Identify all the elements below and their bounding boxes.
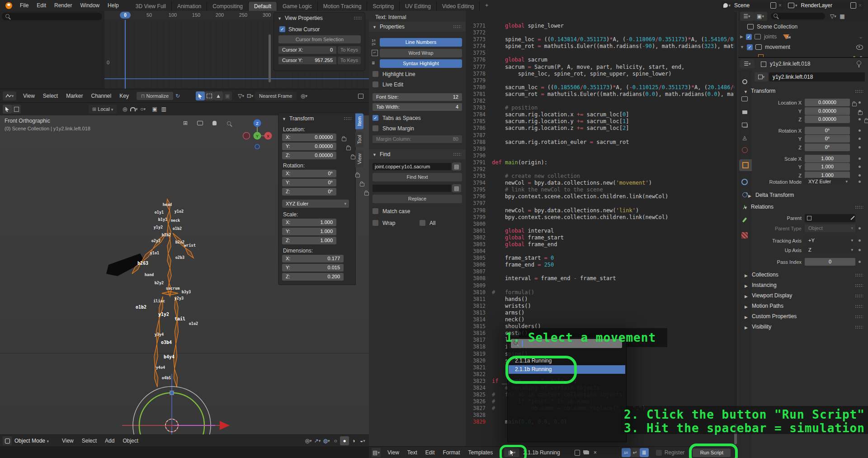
chevron-icon[interactable]: ⌄ [859,33,863,40]
shading-solid-icon[interactable]: ● [340,436,349,445]
shading-material-icon[interactable]: ◑ [349,436,358,445]
xf-field[interactable]: 1.000 [805,155,850,162]
match-case-checkbox[interactable] [373,208,378,214]
tab-view-layer-icon[interactable] [740,120,749,129]
xf-field[interactable]: 0.00000 [805,99,850,106]
delta-transform-collapse-icon[interactable]: ▶ [748,194,751,198]
properties-editor-type-icon[interactable]: ☰▾ [740,59,755,68]
code-line-3802[interactable]: 3802 global frame_start [466,234,734,241]
find-input[interactable] [373,163,451,170]
pin-icon[interactable] [857,61,861,65]
menu-window[interactable]: Window [76,2,104,9]
code-line-3794[interactable]: 3794 newCol = bpy.data.collections.new('… [466,180,734,186]
collapse-icon[interactable]: ▶ [745,294,748,299]
unlink-text-icon[interactable]: × [591,448,600,457]
code-line-3799[interactable]: 3799 bpy.context.scene.collection.childr… [466,214,734,221]
workspace-tab-3d-view-full[interactable]: 3D View Full [130,2,172,11]
filter-icon[interactable]: ▽▾ [236,91,245,100]
snap-target-icon[interactable]: ◎ [120,105,129,114]
expand-icon[interactable]: ▶ [740,34,743,39]
footer-line-numbers-icon[interactable]: 1≡ [622,448,631,457]
tab-item[interactable]: Item [355,113,363,129]
outliner-row-movement[interactable]: ▼ ✓ movement [740,44,867,50]
bone[interactable] [185,248,193,258]
tab-render-icon[interactable] [740,94,749,103]
code-line-3793[interactable]: 3793 # create new collection [466,173,734,180]
xf-field[interactable]: 0.00000 [805,107,850,115]
view-properties-title[interactable]: View Properties [285,15,323,21]
code-line-3796[interactable]: 3796 bpy.context.scene.collection.childr… [466,193,734,200]
panel-grip[interactable] [354,16,362,20]
value-field[interactable]: X:0.177 [282,255,344,262]
code-line-3773[interactable]: 3773 spine_loc = ((0.143814/0.351173)*A,… [466,36,734,43]
animate-dot-icon[interactable] [859,129,861,132]
outliner-row-scene-collection[interactable]: Scene Collection [747,24,797,30]
code-line-3790[interactable]: 3790 [466,153,734,159]
transform-collapse-icon[interactable]: ▼ [744,90,748,94]
collapse-icon[interactable]: ▼ [740,45,744,49]
active-tool-icon[interactable] [3,105,12,114]
gizmo-toggle-icon[interactable]: ◎▾ [304,436,313,445]
code-line-3798[interactable]: 3798 newCol = bpy.data.collections.new('… [466,207,734,214]
outliner-row-joints[interactable]: ▶ ✓ joints 34 ⌄ [740,33,867,40]
scene-selector[interactable]: ▾ Scene × [722,1,784,10]
menu-view[interactable]: View [19,93,39,99]
show-margin-checkbox[interactable] [373,125,378,131]
bone[interactable] [167,253,171,268]
panel-title-custom-properties[interactable]: Custom Properties [752,313,797,320]
lock-icon[interactable] [364,192,369,196]
code-line-3788[interactable]: 3788 sacrum.rig.rotation_euler = sacrum_… [466,139,734,146]
code-line-3792[interactable]: 3792 [466,166,734,173]
find-next-button[interactable]: Find Next [373,173,462,181]
code-line-3781[interactable]: 3781 sacrum_rot = mathutils.Euler((math.… [466,91,734,98]
new-collection-icon[interactable]: ▦ [838,12,847,21]
value-field[interactable]: Z:0.00000 [282,152,336,159]
workspace-tab-motion-tracking[interactable]: Motion Tracking [318,2,368,11]
replace-button[interactable]: Replace [373,195,462,203]
joints-checkbox[interactable]: ✓ [746,34,752,40]
cursor-x-field[interactable]: Cursor X: 0 [278,46,336,54]
bone[interactable] [156,319,160,344]
transform-orientation-dropdown[interactable]: ⊞ Local ▾ [89,105,117,114]
panel-title-visibility[interactable]: Visibility [752,324,771,330]
code-line-3795[interactable]: 3795 # link the newCol to the scene [466,186,734,193]
code-line-3787[interactable]: 3787 [466,132,734,139]
show-cursor-checkbox[interactable]: ✓ [279,26,285,32]
value-field[interactable]: Z:1.000 [282,237,336,244]
value-field[interactable]: Y:1.000 [282,228,336,235]
code-line-3775[interactable]: 3775 [466,50,734,57]
menu-edit[interactable]: Edit [33,2,50,9]
code-line-3811[interactable]: 3811 hands() [466,296,734,303]
panel-title-instancing[interactable]: Instancing [752,282,777,288]
live-edit-checkbox[interactable] [373,81,378,87]
wrap-checkbox[interactable] [373,220,378,226]
workspace-tab-compositing[interactable]: Compositing [207,2,249,11]
xf-field[interactable]: 1.000 [805,163,850,171]
tab-constraints-icon[interactable] [740,177,749,186]
overlays-toggle-icon[interactable]: ↗▾ [313,436,322,445]
object-name-field[interactable]: y1y2.link.left.018 [769,72,865,81]
rotation-order-dropdown[interactable]: XYZ Euler▾ [282,200,349,208]
tab-texture-icon[interactable] [740,231,749,240]
animate-dot-icon[interactable] [859,138,861,140]
eye-icon[interactable] [856,45,863,50]
collapse-icon[interactable]: ▶ [745,315,748,320]
rotation-mode-dropdown[interactable]: XYZ Euler▾ [805,178,850,186]
menu-object[interactable]: Object [118,438,142,444]
xf-field[interactable]: 0° [805,127,850,134]
find-panel-header[interactable]: ▼ Find [369,149,466,159]
syntax-highlight-toggle[interactable]: Syntax Highlight [380,59,462,68]
code-line-3779[interactable]: 3779 [466,77,734,84]
xray-toggle-icon[interactable]: ◍▾ [322,436,331,445]
render-layer-selector[interactable]: ▾ RenderLayer × [786,1,863,10]
code-line-3804[interactable]: 3804 [466,248,734,255]
footer-syntax-icon[interactable]: ≣ [640,448,649,457]
cursor-from-selection-button[interactable]: Cursor from Selection [278,35,361,43]
tab-view[interactable]: View [355,150,363,167]
code-line-3780[interactable]: 3780 sacrum_loc = ((0.185506/0.351173)*A… [466,84,734,91]
menu-text[interactable]: Text [403,449,421,456]
options-icon[interactable] [12,105,21,114]
value-field[interactable]: X:0.00000 [282,134,336,141]
editor-type-graph-icon[interactable]: ▾ [3,91,16,100]
bone[interactable] [167,239,171,253]
